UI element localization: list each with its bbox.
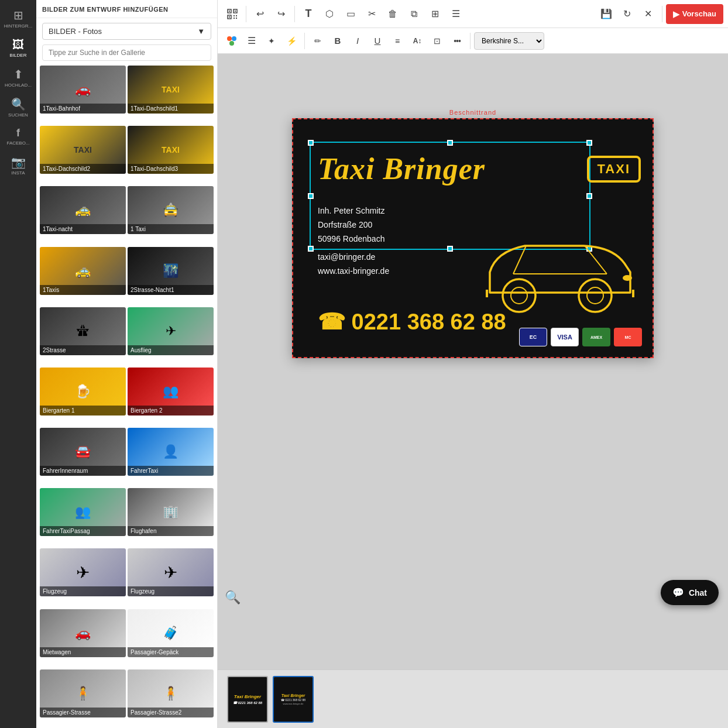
list-item[interactable]: 🛣 2Strasse — [40, 307, 126, 355]
sparkle-button[interactable]: ✦ — [262, 32, 281, 50]
list-item[interactable]: 🚗 1Taxi-Bahnhof — [40, 66, 126, 114]
images-panel: BILDER ZUM ENTWURF HINZUFÜGEN BILDER - F… — [36, 0, 218, 728]
thumb-label: Biergarten 1 — [40, 406, 126, 415]
thumb-label: FahrerTaxi — [128, 466, 214, 476]
sidebar-item-hochlad[interactable]: ⬆ HOCHLAD... — [2, 64, 35, 91]
chat-label: Chat — [689, 588, 707, 597]
mastercard-badge: MC — [614, 328, 642, 346]
layers-button[interactable]: ☰ — [446, 4, 466, 24]
handle-tr[interactable] — [586, 140, 592, 146]
thumb-label: Flugzeug — [128, 586, 214, 596]
canvas-area[interactable]: Beschnittrand Taxi Bringer TAXI Inh. Pet… — [218, 54, 728, 669]
list-item[interactable]: 🧍 Passagier-Strasse — [40, 669, 126, 717]
font-size-button[interactable]: A↕ — [408, 32, 427, 50]
preview-button[interactable]: ▶ Vorschau — [666, 4, 723, 24]
refresh-button[interactable]: ↻ — [617, 4, 637, 24]
close-button[interactable]: ✕ — [638, 4, 658, 24]
align-button[interactable]: ≡ — [388, 32, 407, 50]
sidebar-item-insta[interactable]: 📷 INSTA — [2, 152, 35, 179]
svg-rect-1 — [229, 11, 230, 12]
list-item[interactable]: 👥 Biergarten 2 — [128, 368, 214, 415]
hintergrund-icon: ⊞ — [13, 8, 23, 22]
list-item[interactable]: 🚘 FahrerInnenraum — [40, 428, 126, 476]
font-select[interactable]: Berkshire S... — [474, 32, 544, 50]
separator — [470, 33, 471, 49]
save-button[interactable]: 💾 — [596, 4, 616, 24]
list-item[interactable]: 🚗 Mietwagen — [40, 609, 126, 657]
text-button[interactable]: T — [298, 4, 318, 24]
image-fit-button[interactable]: ⊡ — [428, 32, 447, 50]
handle-mr[interactable] — [586, 193, 592, 199]
list-item[interactable]: 👤 FahrerTaxi — [128, 428, 214, 476]
handle-bl[interactable] — [308, 246, 314, 252]
shape-button[interactable]: ⬡ — [320, 4, 339, 24]
undo-button[interactable]: ↩ — [250, 4, 270, 24]
qr-button[interactable] — [222, 4, 242, 24]
bold-button[interactable]: B — [328, 32, 347, 50]
taxi-badge: TAXI — [587, 156, 641, 183]
list-item[interactable]: ✈ Flugzeug — [40, 548, 126, 596]
list-item[interactable]: ✈ Ausflieg — [128, 307, 214, 355]
list-item[interactable]: 👥 FahrerTaxiPassag — [40, 488, 126, 536]
chat-widget[interactable]: 💬 Chat — [661, 580, 719, 605]
handle-tc[interactable] — [447, 140, 453, 146]
handle-ml[interactable] — [308, 193, 314, 199]
thumb-label: Passagier-Strasse — [40, 708, 126, 717]
underline-button[interactable]: U — [368, 32, 387, 50]
thumbnail-2[interactable]: Taxi Bringer ☎ 0221 368 62 88 www.taxi-b… — [273, 676, 314, 723]
svg-rect-8 — [233, 18, 235, 19]
more-button[interactable]: ••• — [448, 32, 466, 50]
search-input[interactable] — [42, 44, 211, 61]
thumb-label: 2Strasse — [40, 345, 126, 355]
text-align-button[interactable]: ☰ — [242, 32, 261, 50]
handle-tl[interactable] — [308, 140, 314, 146]
visa-badge: VISA — [551, 328, 579, 346]
zoom-out-button[interactable]: 🔍 — [225, 590, 241, 605]
card-title[interactable]: Taxi Bringer — [318, 152, 485, 186]
delete-button[interactable]: 🗑 — [383, 4, 403, 24]
bilder-icon: 🖼 — [12, 38, 24, 51]
list-item[interactable]: 🚕 1Taxi-nacht — [40, 186, 126, 234]
svg-point-15 — [511, 287, 527, 304]
bottom-bar: Taxi Bringer ☎ 0221 368 62 88 Taxi Bring… — [218, 669, 728, 728]
list-item[interactable]: 🧳 Passagier-Gepäck — [128, 609, 214, 657]
list-item[interactable]: 🚖 1 Taxi — [128, 186, 214, 234]
sidebar-item-facebook[interactable]: f FACEBO... — [2, 123, 35, 149]
sidebar-item-bilder[interactable]: 🖼 BILDER — [2, 35, 35, 61]
sidebar-item-suchen[interactable]: 🔍 SUCHEN — [2, 94, 35, 121]
thumb-label: 1Taxis — [40, 285, 126, 295]
facebook-icon: f — [16, 127, 20, 139]
sidebar-item-hintergrund[interactable]: ⊞ HINTERGR... — [2, 5, 35, 32]
thumb-label: FahrerTaxiPassag — [40, 526, 126, 536]
amex-badge: AMEX — [582, 328, 610, 346]
list-item[interactable]: TAXI 1Taxi-Dachschild1 — [128, 66, 214, 114]
list-item[interactable]: 🏢 Flughafen — [128, 488, 214, 536]
left-sidebar: ⊞ HINTERGR... 🖼 BILDER ⬆ HOCHLAD... 🔍 SU… — [0, 0, 36, 728]
preview-icon: ▶ — [673, 9, 679, 19]
panel-dropdown[interactable]: BILDER - Fotos ▼ — [42, 23, 211, 40]
list-item[interactable]: ✈ Flugzeug — [128, 548, 214, 596]
contact-city: 50996 Rodenbach — [318, 232, 389, 246]
list-item[interactable]: 🌃 2Strasse-Nacht1 — [128, 247, 214, 295]
pen-button[interactable]: ✏ — [308, 32, 327, 50]
duplicate-button[interactable]: ⧉ — [404, 4, 424, 24]
cut-button[interactable]: ✂ — [362, 4, 382, 24]
list-item[interactable]: 🚕 1Taxis — [40, 247, 126, 295]
svg-point-20 — [623, 275, 632, 281]
list-item[interactable]: 🍺 Biergarten 1 — [40, 368, 126, 415]
italic-button[interactable]: I — [348, 32, 367, 50]
panel-search — [42, 44, 211, 61]
lightning-button[interactable]: ⚡ — [282, 32, 301, 50]
instagram-icon: 📷 — [11, 155, 26, 169]
align-button[interactable]: ⊞ — [425, 4, 445, 24]
handle-bc[interactable] — [447, 246, 453, 252]
list-item[interactable]: 🧍 Passagier-Strasse2 — [128, 669, 214, 717]
element-button[interactable]: ▭ — [341, 4, 360, 24]
redo-button[interactable]: ↪ — [271, 4, 291, 24]
list-item[interactable]: TAXI 1Taxi-Dachschild2 — [40, 126, 126, 174]
images-grid: 🚗 1Taxi-Bahnhof TAXI 1Taxi-Dachschild1 T… — [36, 66, 217, 728]
thumbnail-1[interactable]: Taxi Bringer ☎ 0221 368 62 88 — [227, 676, 268, 723]
color-button[interactable] — [222, 32, 241, 50]
list-item[interactable]: TAXI 1Taxi-Dachschild3 — [128, 126, 214, 174]
format-toolbar: ☰ ✦ ⚡ ✏ B I U ≡ A↕ ⊡ ••• Berkshire S... — [218, 28, 728, 54]
